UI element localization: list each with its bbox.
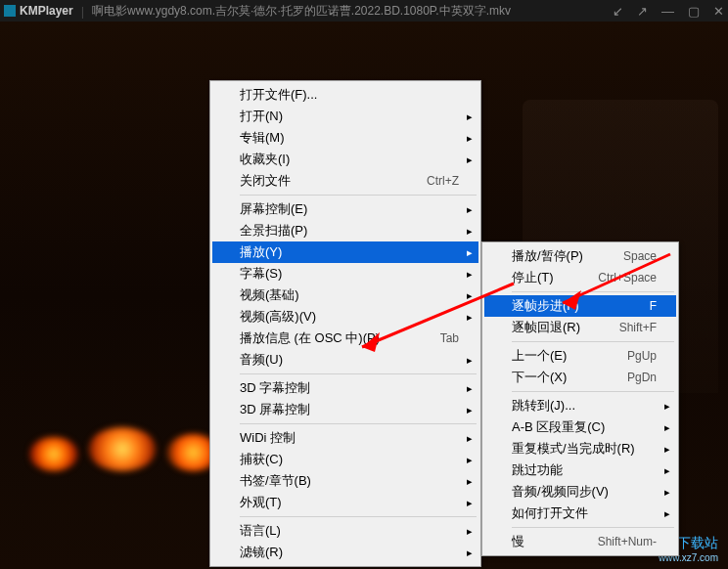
title-bar: KMPlayer | 啊电影www.ygdy8.com.吉尔莫·德尔·托罗的匹诺…: [0, 0, 728, 22]
menuRight-item[interactable]: 跳转到(J)...: [484, 395, 676, 416]
menuLeft-item[interactable]: 3D 字幕控制: [212, 377, 478, 399]
title-separator: |: [81, 4, 84, 19]
menu-separator: [240, 373, 477, 374]
menu-item-label: 全景扫描(P): [240, 222, 459, 240]
menu-item-label: 滤镜(R): [240, 544, 459, 561]
menuLeft-item[interactable]: 3D 屏幕控制: [212, 399, 478, 420]
menu-item-shortcut: Ctrl+Z: [427, 174, 459, 188]
menu-item-label: 收藏夹(I): [240, 151, 459, 168]
menu-separator: [240, 516, 477, 517]
svg-line-0: [362, 284, 514, 347]
menu-item-label: 下一个(X): [512, 369, 627, 386]
menuRight-item[interactable]: 重复模式/当完成时(R): [484, 438, 676, 460]
menu-item-label: 音频/视频同步(V): [512, 483, 657, 501]
menu-item-shortcut: PgDn: [627, 371, 657, 384]
menuLeft-item[interactable]: 打开(N): [212, 106, 478, 127]
menuLeft-item[interactable]: WiDi 控制: [212, 427, 478, 449]
video-flame: [88, 427, 157, 471]
menu-separator: [512, 391, 674, 392]
menuLeft-item[interactable]: 滤镜(R): [212, 542, 478, 563]
menuLeft-item[interactable]: 外观(T): [212, 492, 478, 513]
annotation-arrow: [342, 279, 519, 367]
app-logo-icon: [4, 5, 16, 17]
menuLeft-item[interactable]: 全景扫描(P): [212, 220, 478, 241]
next-track-icon[interactable]: ↗: [637, 4, 648, 19]
menuRight-item[interactable]: 下一个(X)PgDn: [484, 367, 676, 388]
menu-item-label: 捕获(C): [240, 451, 459, 468]
menu-item-label: 打开(N): [240, 108, 459, 125]
menu-item-label: 跳转到(J)...: [512, 397, 657, 415]
app-name: KMPlayer: [20, 4, 73, 18]
menuRight-item[interactable]: 如何打开文件: [484, 503, 676, 524]
close-icon[interactable]: ✕: [713, 4, 724, 19]
menuLeft-item[interactable]: 书签/章节(B): [212, 470, 478, 492]
menu-item-label: 关闭文件: [240, 172, 427, 190]
menu-separator: [240, 423, 477, 424]
file-name: 啊电影www.ygdy8.com.吉尔莫·德尔·托罗的匹诺曹.2022.BD.1…: [92, 3, 511, 20]
menuLeft-item[interactable]: 收藏夹(I): [212, 149, 478, 170]
menu-item-label: 跳过功能: [512, 461, 657, 479]
annotation-arrow: [548, 249, 675, 318]
video-flame: [29, 437, 78, 471]
menu-item-label: 专辑(M): [240, 129, 459, 147]
menu-item-shortcut: PgUp: [627, 349, 657, 363]
menuLeft-item[interactable]: 关闭文件Ctrl+Z: [212, 170, 478, 192]
menuLeft-item[interactable]: 打开文件(F)...: [212, 84, 478, 106]
menuLeft-item[interactable]: 屏幕控制(E): [212, 198, 478, 220]
menu-item-label: WiDi 控制: [240, 429, 459, 447]
menuLeft-item[interactable]: 语言(L): [212, 520, 478, 542]
menuRight-item[interactable]: 音频/视频同步(V): [484, 481, 676, 503]
menuRight-item[interactable]: 慢Shift+Num-: [484, 531, 676, 552]
menu-item-label: 播放(Y): [240, 243, 459, 261]
menuLeft-item[interactable]: 播放(Y): [212, 241, 478, 263]
menu-item-label: 逐帧回退(R): [512, 319, 619, 336]
minimize-icon[interactable]: —: [661, 4, 674, 19]
menu-separator: [240, 195, 477, 196]
menu-item-label: 语言(L): [240, 522, 459, 540]
menu-separator: [512, 527, 674, 528]
menu-item-label: 屏幕控制(E): [240, 200, 459, 218]
menu-item-label: 3D 屏幕控制: [240, 401, 459, 418]
menu-item-label: 上一个(E): [512, 347, 627, 365]
menu-item-label: 慢: [512, 533, 598, 550]
menu-item-label: 3D 字幕控制: [240, 379, 459, 397]
menu-item-shortcut: Shift+F: [619, 321, 657, 334]
menu-item-label: 书签/章节(B): [240, 472, 459, 490]
menuLeft-item[interactable]: 捕获(C): [212, 449, 478, 470]
menu-item-label: 重复模式/当完成时(R): [512, 440, 657, 458]
menu-item-label: 打开文件(F)...: [240, 86, 459, 104]
maximize-icon[interactable]: ▢: [688, 4, 700, 19]
menuRight-item[interactable]: A-B 区段重复(C): [484, 416, 676, 438]
menu-item-label: 如何打开文件: [512, 504, 657, 522]
menuRight-item[interactable]: 跳过功能: [484, 460, 676, 481]
svg-marker-1: [362, 332, 380, 352]
menu-item-shortcut: Shift+Num-: [598, 535, 657, 548]
svg-marker-3: [563, 290, 581, 310]
menu-item-label: A-B 区段重复(C): [512, 418, 657, 436]
menu-item-label: 外观(T): [240, 494, 459, 511]
menu-separator: [512, 341, 674, 342]
menuLeft-item[interactable]: 专辑(M): [212, 127, 478, 149]
prev-track-icon[interactable]: ↙: [613, 4, 623, 19]
